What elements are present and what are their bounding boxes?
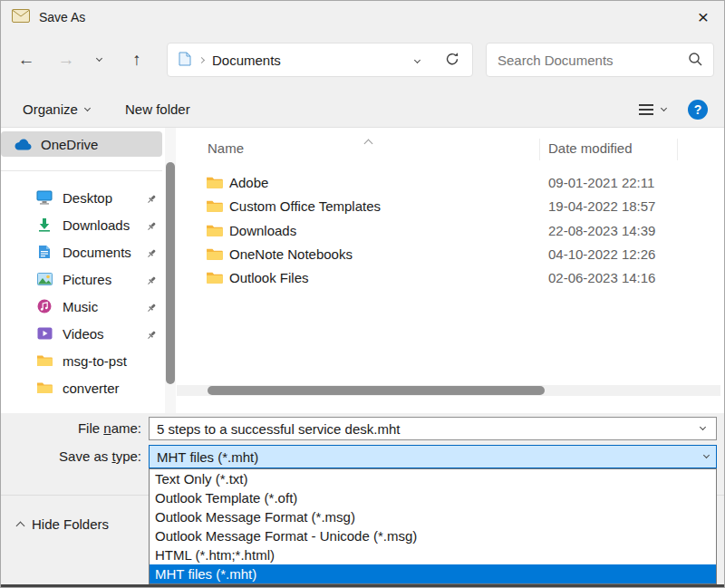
help-icon[interactable]: ? <box>688 100 708 120</box>
sidebar-item-music[interactable]: Music <box>5 294 162 319</box>
folder-icon <box>206 176 223 192</box>
folder-icon <box>206 199 223 216</box>
table-row[interactable]: Outlook Files 02-06-2023 14:16 <box>1 266 724 290</box>
folder-icon <box>206 224 223 240</box>
view-options-button[interactable] <box>639 103 666 116</box>
folder-icon <box>206 247 223 264</box>
type-option-mht[interactable]: MHT files (*.mht) <box>150 564 716 583</box>
list-view-icon <box>639 103 653 116</box>
sidebar-item-label: Music <box>63 299 98 314</box>
table-row[interactable]: Adobe 09-01-2021 22:11 <box>1 171 724 195</box>
sidebar-item-videos[interactable]: Videos <box>5 321 162 346</box>
combobox-chevron-down-icon <box>703 452 710 458</box>
search-box <box>486 43 714 77</box>
file-name: Custom Office Templates <box>229 195 381 218</box>
folder-icon <box>206 271 223 287</box>
type-option-msg[interactable]: Outlook Message Format (*.msg) <box>150 507 716 526</box>
sidebar-item-label: OneDrive <box>41 137 98 152</box>
view-chevron-down-icon <box>661 104 667 111</box>
music-icon <box>35 299 53 313</box>
save-as-type-dropdown: Text Only (*.txt) Outlook Template (*.of… <box>149 468 717 584</box>
table-row[interactable]: Downloads 22-08-2023 14:39 <box>1 219 724 243</box>
address-bar[interactable]: Documents <box>167 43 473 77</box>
type-option-oft[interactable]: Outlook Template (*.oft) <box>150 488 716 507</box>
save-as-type-combobox[interactable]: MHT files (*.mht) <box>149 445 717 468</box>
sidebar-item-msg-to-pst[interactable]: msg-to-pst <box>5 348 162 373</box>
file-name: Adobe <box>229 171 268 195</box>
sidebar-item-converter[interactable]: converter <box>5 375 162 400</box>
navigation-bar: ← → ↑ Documents <box>1 34 724 86</box>
file-date-modified: 09-01-2021 22:11 <box>548 171 654 195</box>
file-name: Outlook Files <box>229 266 309 290</box>
search-input[interactable] <box>498 53 688 68</box>
organize-chevron-down-icon <box>84 104 91 111</box>
file-date-modified: 22-08-2023 14:39 <box>548 219 655 243</box>
pin-icon <box>146 328 157 343</box>
sidebar-item-onedrive[interactable]: OneDrive <box>1 131 162 157</box>
organize-label: Organize <box>23 101 78 117</box>
file-date-modified: 04-10-2022 12:26 <box>548 243 655 266</box>
table-row[interactable]: Custom Office Templates 19-04-2022 18:57 <box>1 195 724 218</box>
search-icon[interactable] <box>688 52 702 69</box>
toolbar: Organize New folder ? <box>1 92 724 128</box>
address-chevron-down-icon[interactable] <box>414 56 420 63</box>
type-option-msg-unicode[interactable]: Outlook Message Format - Unicode (*.msg) <box>150 526 716 545</box>
file-name: OneNote Notebooks <box>229 243 353 266</box>
hide-folders-button[interactable]: Hide Folders <box>17 513 109 535</box>
file-date-modified: 02-06-2023 14:16 <box>548 266 655 290</box>
column-divider[interactable] <box>539 139 540 160</box>
file-date-modified: 19-04-2022 18:57 <box>548 195 655 218</box>
column-divider[interactable] <box>677 139 678 160</box>
hide-folders-label: Hide Folders <box>32 516 109 532</box>
up-icon[interactable]: ↑ <box>128 50 146 70</box>
breadcrumb[interactable]: Documents <box>212 53 281 68</box>
save-as-dialog: Save As × ← → ↑ Documents <box>0 0 725 588</box>
column-header-date-modified[interactable]: Date modified <box>548 137 633 160</box>
breadcrumb-chevron-right-icon <box>198 56 205 63</box>
new-folder-label: New folder <box>125 101 190 117</box>
back-icon[interactable]: ← <box>17 50 35 70</box>
organize-button[interactable]: Organize <box>23 92 90 127</box>
save-as-type-value: MHT files (*.mht) <box>157 449 258 465</box>
refresh-icon[interactable] <box>445 52 459 69</box>
history-chevron-down-icon[interactable] <box>96 55 102 62</box>
type-option-txt[interactable]: Text Only (*.txt) <box>150 469 716 488</box>
document-icon <box>179 52 191 69</box>
column-header-name[interactable]: Name <box>208 137 244 160</box>
background-window-strip <box>1 584 724 588</box>
close-button[interactable]: × <box>682 1 724 34</box>
envelope-icon <box>12 9 30 25</box>
sidebar-item-label: msg-to-pst <box>63 353 127 369</box>
titlebar: Save As × <box>1 1 724 34</box>
folder-icon <box>35 381 53 394</box>
horizontal-scrollbar[interactable] <box>177 385 720 396</box>
file-name-input[interactable] <box>149 417 717 440</box>
table-row[interactable]: OneNote Notebooks 04-10-2022 12:26 <box>1 243 724 266</box>
sort-ascending-icon <box>364 140 373 149</box>
horizontal-scrollbar-thumb[interactable] <box>208 386 545 395</box>
content-area: OneDrive Desktop Downloads Do <box>1 128 724 413</box>
sidebar-item-label: converter <box>63 381 120 396</box>
pin-icon <box>146 301 157 316</box>
window-title: Save As <box>39 10 85 24</box>
forward-icon[interactable]: → <box>57 50 75 70</box>
file-name: Downloads <box>229 219 296 243</box>
new-folder-button[interactable]: New folder <box>125 92 190 127</box>
type-option-html[interactable]: HTML (*.htm;*.html) <box>150 545 716 564</box>
chevron-up-icon <box>16 521 25 530</box>
onedrive-cloud-icon <box>14 138 32 150</box>
list-header: Name Date modified <box>177 137 724 160</box>
file-name-label: File name: <box>1 417 141 440</box>
videos-icon <box>35 327 53 340</box>
sidebar-item-label: Videos <box>63 326 104 342</box>
save-as-type-label: Save as type: <box>1 445 141 468</box>
folder-icon <box>35 354 53 367</box>
